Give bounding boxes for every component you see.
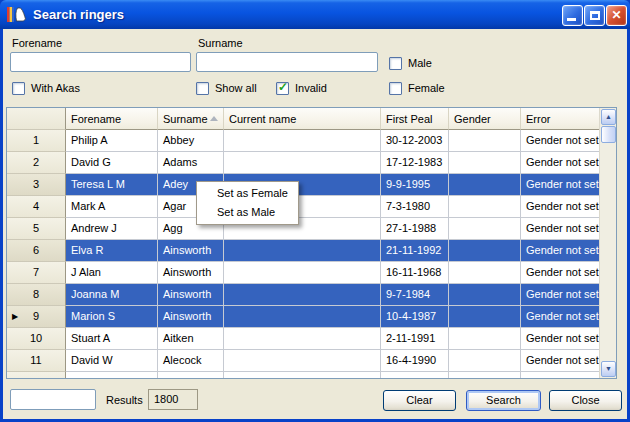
- cell-gender[interactable]: [449, 152, 521, 174]
- table-row[interactable]: 2David GAdams17-12-1983Gender not set: [7, 152, 599, 174]
- cell-first-peal[interactable]: 16-11-1968: [381, 262, 449, 284]
- cell-first-peal[interactable]: 30-12-2003: [381, 130, 449, 152]
- checkbox-invalid[interactable]: ✓ Invalid: [276, 81, 327, 95]
- cell-current-name[interactable]: [224, 328, 381, 350]
- scroll-up-button[interactable]: ▲: [601, 109, 616, 125]
- cell-surname[interactable]: Abbey: [158, 130, 224, 152]
- checkbox-male[interactable]: ✓ Male: [389, 56, 432, 70]
- cell-current-name[interactable]: [224, 240, 381, 262]
- cell-first-peal[interactable]: 9-7-1984: [381, 284, 449, 306]
- cell-forename[interactable]: Joanna M: [66, 284, 158, 306]
- cell-gender[interactable]: [449, 350, 521, 372]
- forename-input[interactable]: [10, 52, 191, 72]
- filter-input[interactable]: [10, 389, 96, 410]
- row-header[interactable]: 2: [7, 152, 66, 174]
- cell-gender[interactable]: [449, 240, 521, 262]
- cell-gender[interactable]: [449, 130, 521, 152]
- cell-gender[interactable]: [449, 262, 521, 284]
- column-header-first-peal[interactable]: First Peal: [381, 108, 449, 130]
- close-dialog-button[interactable]: Close: [549, 390, 622, 411]
- cell-forename[interactable]: Simon H: [66, 372, 158, 378]
- cell-first-peal[interactable]: 10-1-1985: [381, 372, 449, 378]
- table-row[interactable]: 11David WAlecock16-4-1990Gender not set: [7, 350, 599, 372]
- cell-first-peal[interactable]: 21-11-1992: [381, 240, 449, 262]
- cell-gender[interactable]: [449, 306, 521, 328]
- cell-surname[interactable]: Aitken: [158, 328, 224, 350]
- cell-forename[interactable]: Mark A: [66, 196, 158, 218]
- cell-forename[interactable]: J Alan: [66, 262, 158, 284]
- column-header-surname[interactable]: Surname: [158, 108, 224, 130]
- row-header[interactable]: 4: [7, 196, 66, 218]
- scroll-down-button[interactable]: ▼: [601, 361, 616, 377]
- cell-first-peal[interactable]: 2-11-1991: [381, 328, 449, 350]
- cell-forename[interactable]: Andrew J: [66, 218, 158, 240]
- cell-forename[interactable]: David W: [66, 350, 158, 372]
- row-header[interactable]: 11: [7, 350, 66, 372]
- cell-error[interactable]: Gender not set: [521, 350, 599, 372]
- cell-surname[interactable]: Alford: [158, 372, 224, 378]
- cell-error[interactable]: Gender not set: [521, 218, 599, 240]
- cell-forename[interactable]: Marion S: [66, 306, 158, 328]
- cell-current-name[interactable]: [224, 262, 381, 284]
- cell-error[interactable]: Gender not set: [521, 130, 599, 152]
- row-header[interactable]: 10: [7, 328, 66, 350]
- maximize-button[interactable]: [584, 5, 605, 26]
- cell-gender[interactable]: [449, 174, 521, 196]
- table-row[interactable]: 6Elva RAinsworth21-11-1992Gender not set: [7, 240, 599, 262]
- table-row[interactable]: 3Teresa L MAdey9-9-1995Gender not set: [7, 174, 599, 196]
- cell-surname[interactable]: Ainsworth: [158, 306, 224, 328]
- cell-error[interactable]: Gender not set: [521, 372, 599, 378]
- minimize-button[interactable]: [562, 5, 583, 26]
- table-row[interactable]: 7J AlanAinsworth16-11-1968Gender not set: [7, 262, 599, 284]
- cell-gender[interactable]: [449, 196, 521, 218]
- cell-current-name[interactable]: [224, 372, 381, 378]
- cell-error[interactable]: Gender not set: [521, 262, 599, 284]
- table-row[interactable]: 8Joanna MAinsworth9-7-1984Gender not set: [7, 284, 599, 306]
- surname-input[interactable]: [196, 52, 378, 72]
- row-header[interactable]: ▶9: [7, 306, 66, 328]
- cell-gender[interactable]: [449, 328, 521, 350]
- cell-error[interactable]: Gender not set: [521, 174, 599, 196]
- row-header[interactable]: 3: [7, 174, 66, 196]
- context-menu-item-set-as-female[interactable]: Set as Female: [197, 184, 298, 203]
- cell-surname[interactable]: Ainsworth: [158, 240, 224, 262]
- cell-current-name[interactable]: [224, 152, 381, 174]
- row-header[interactable]: 5: [7, 218, 66, 240]
- cell-surname[interactable]: Ainsworth: [158, 284, 224, 306]
- cell-first-peal[interactable]: 10-4-1987: [381, 306, 449, 328]
- column-header-error[interactable]: Error: [521, 108, 599, 130]
- context-menu-item-set-as-male[interactable]: Set as Male: [197, 203, 298, 222]
- cell-gender[interactable]: [449, 218, 521, 240]
- cell-forename[interactable]: Teresa L M: [66, 174, 158, 196]
- cell-first-peal[interactable]: 7-3-1980: [381, 196, 449, 218]
- table-row[interactable]: 1Philip AAbbey30-12-2003Gender not set: [7, 130, 599, 152]
- cell-first-peal[interactable]: 9-9-1995: [381, 174, 449, 196]
- cell-first-peal[interactable]: 16-4-1990: [381, 350, 449, 372]
- row-header[interactable]: 1: [7, 130, 66, 152]
- row-header[interactable]: 12: [7, 372, 66, 378]
- cell-gender[interactable]: [449, 284, 521, 306]
- cell-current-name[interactable]: [224, 284, 381, 306]
- column-header-current-name[interactable]: Current name: [224, 108, 381, 130]
- column-header-gender[interactable]: Gender: [449, 108, 521, 130]
- clear-button[interactable]: Clear: [383, 390, 456, 411]
- cell-forename[interactable]: Elva R: [66, 240, 158, 262]
- cell-surname[interactable]: Adams: [158, 152, 224, 174]
- cell-error[interactable]: Gender not set: [521, 306, 599, 328]
- cell-error[interactable]: Gender not set: [521, 284, 599, 306]
- checkbox-show-all[interactable]: ✓ Show all: [196, 81, 257, 95]
- table-row[interactable]: 12Simon HAlford10-1-1985Gender not set: [7, 372, 599, 378]
- cell-forename[interactable]: Philip A: [66, 130, 158, 152]
- checkbox-female[interactable]: ✓ Female: [389, 81, 445, 95]
- cell-error[interactable]: Gender not set: [521, 240, 599, 262]
- cell-current-name[interactable]: [224, 306, 381, 328]
- table-row[interactable]: 10Stuart AAitken2-11-1991Gender not set: [7, 328, 599, 350]
- cell-forename[interactable]: Stuart A: [66, 328, 158, 350]
- cell-error[interactable]: Gender not set: [521, 196, 599, 218]
- search-button[interactable]: Search: [466, 390, 541, 411]
- cell-error[interactable]: Gender not set: [521, 328, 599, 350]
- cell-error[interactable]: Gender not set: [521, 152, 599, 174]
- table-row[interactable]: ▶9Marion SAinsworth10-4-1987Gender not s…: [7, 306, 599, 328]
- cell-first-peal[interactable]: 17-12-1983: [381, 152, 449, 174]
- vertical-scrollbar[interactable]: ▲ ▼: [599, 108, 616, 378]
